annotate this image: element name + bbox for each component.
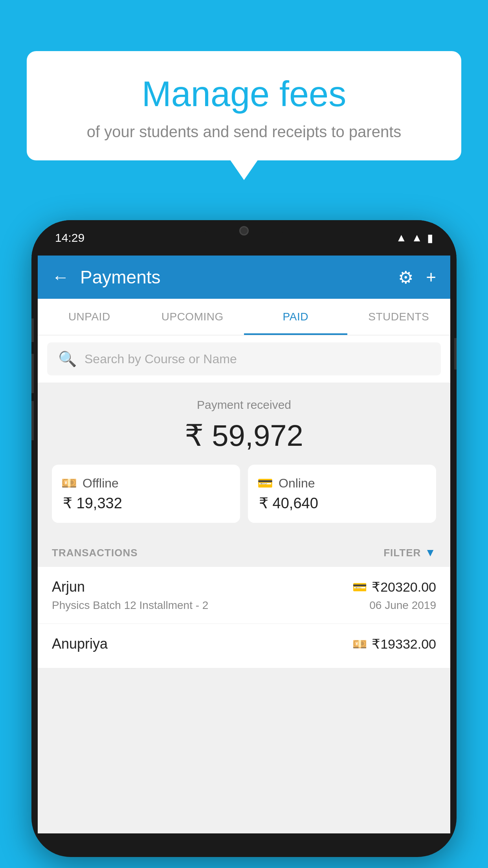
app-bar-actions: ⚙ +	[398, 267, 436, 287]
bubble-title: Manage fees	[46, 75, 442, 114]
tab-unpaid[interactable]: UNPAID	[38, 299, 141, 335]
filter-button[interactable]: FILTER ▼	[383, 546, 436, 559]
app-bar: ← Payments ⚙ +	[38, 256, 450, 299]
offline-icon: 💴	[61, 476, 77, 491]
payment-summary: Payment received ₹ 59,972 💴 Offline ₹ 19…	[38, 383, 450, 535]
phone-volume-up-button	[31, 354, 34, 393]
tab-students[interactable]: STUDENTS	[347, 299, 451, 335]
add-icon[interactable]: +	[426, 267, 436, 287]
transaction-amount: ₹20320.00	[372, 579, 436, 595]
tab-paid[interactable]: PAID	[244, 299, 347, 335]
payment-received-label: Payment received	[52, 398, 436, 412]
front-camera	[239, 226, 249, 235]
online-payment-card: 💳 Online ₹ 40,640	[248, 465, 436, 523]
payment-total-amount: ₹ 59,972	[52, 418, 436, 453]
transaction-detail: Physics Batch 12 Installment - 2	[52, 599, 208, 612]
battery-icon: ▮	[427, 232, 433, 245]
app-title: Payments	[80, 267, 387, 288]
search-container: 🔍 Search by Course or Name	[38, 335, 450, 383]
settings-icon[interactable]: ⚙	[398, 267, 413, 287]
transaction-row-top: Arjun 💳 ₹20320.00	[52, 579, 436, 595]
transaction-name: Arjun	[52, 579, 85, 595]
transactions-header: TRANSACTIONS FILTER ▼	[38, 535, 450, 567]
wifi-icon: ▲	[396, 232, 407, 244]
bubble-subtitle: of your students and send receipts to pa…	[46, 123, 442, 141]
back-button[interactable]: ←	[52, 267, 69, 287]
offline-payment-card: 💴 Offline ₹ 19,332	[52, 465, 240, 523]
tab-upcoming[interactable]: UPCOMING	[141, 299, 244, 335]
phone-power-button	[454, 338, 457, 370]
transaction-row-top: Anupriya 💴 ₹19332.00	[52, 636, 436, 652]
online-amount: ₹ 40,640	[257, 495, 318, 512]
offline-card-header: 💴 Offline	[61, 476, 119, 491]
transaction-row[interactable]: Arjun 💳 ₹20320.00 Physics Batch 12 Insta…	[38, 567, 450, 624]
transaction-name: Anupriya	[52, 636, 108, 652]
transaction-date: 06 June 2019	[369, 599, 436, 612]
phone-notch	[205, 220, 283, 244]
phone-volume-down-button	[31, 401, 34, 440]
search-placeholder-text: Search by Course or Name	[84, 352, 237, 366]
transaction-row[interactable]: Anupriya 💴 ₹19332.00	[38, 624, 450, 668]
payment-type-icon: 💳	[352, 580, 367, 594]
tabs-bar: UNPAID UPCOMING PAID STUDENTS	[38, 299, 450, 335]
phone-screen: ← Payments ⚙ + UNPAID UPCOMING PAID STUD…	[38, 256, 450, 833]
search-bar[interactable]: 🔍 Search by Course or Name	[47, 342, 441, 375]
payment-type-icon: 💴	[352, 637, 367, 651]
transaction-amount: ₹19332.00	[372, 636, 436, 652]
transactions-label: TRANSACTIONS	[52, 547, 138, 559]
online-card-header: 💳 Online	[257, 476, 315, 491]
offline-amount: ₹ 19,332	[61, 495, 122, 512]
filter-icon: ▼	[425, 546, 436, 559]
transaction-row-bottom: Physics Batch 12 Installment - 2 06 June…	[52, 599, 436, 612]
search-icon: 🔍	[58, 350, 77, 368]
online-label: Online	[279, 476, 315, 491]
speech-bubble: Manage fees of your students and send re…	[27, 51, 461, 160]
signal-icon: ▲	[411, 232, 422, 244]
phone-silent-button	[31, 318, 34, 342]
status-icons: ▲ ▲ ▮	[396, 232, 433, 245]
phone-frame: 14:29 ▲ ▲ ▮ ← Payments ⚙ + UNPAID UPCOM	[31, 220, 457, 857]
transaction-amount-row: 💴 ₹19332.00	[352, 636, 436, 652]
status-bar: 14:29 ▲ ▲ ▮	[31, 220, 457, 256]
transaction-list: Arjun 💳 ₹20320.00 Physics Batch 12 Insta…	[38, 567, 450, 668]
payment-cards: 💴 Offline ₹ 19,332 💳 Online ₹ 40,640	[52, 465, 436, 523]
offline-label: Offline	[83, 476, 119, 491]
transaction-amount-row: 💳 ₹20320.00	[352, 579, 436, 595]
status-time: 14:29	[55, 231, 84, 245]
filter-label: FILTER	[383, 547, 421, 559]
online-icon: 💳	[257, 476, 273, 491]
